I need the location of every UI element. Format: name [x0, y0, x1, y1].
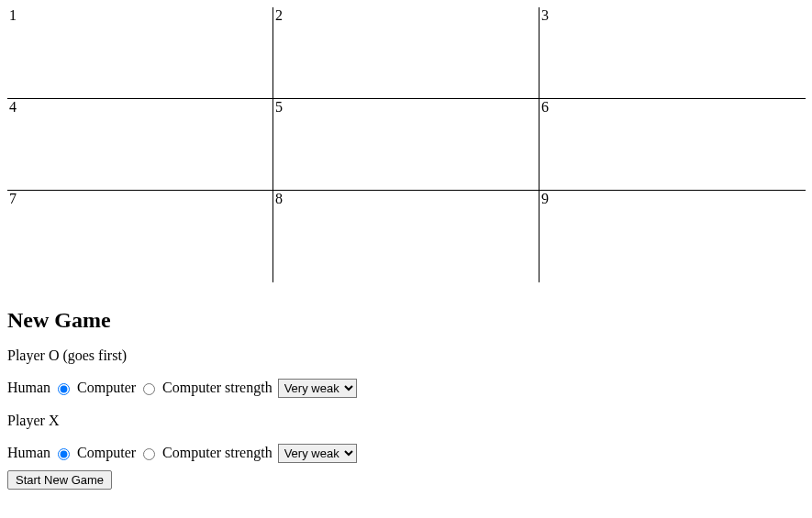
player-x-human-label: Human	[7, 445, 50, 460]
player-o-strength-label: Computer strength	[162, 380, 273, 395]
player-o-human-label: Human	[7, 380, 50, 395]
new-game-heading: New Game	[7, 308, 805, 333]
player-x-strength-label: Computer strength	[162, 445, 273, 460]
controls-section: New Game Player O (goes first) Human Com…	[0, 282, 812, 504]
player-x-computer-radio[interactable]	[143, 448, 155, 460]
player-o-human-radio[interactable]	[58, 383, 70, 395]
cell-8[interactable]: 8	[273, 191, 539, 282]
player-o-label: Player O (goes first)	[7, 347, 805, 364]
cell-number: 8	[275, 191, 283, 207]
player-x-strength-select[interactable]: Very weak	[278, 444, 357, 463]
player-x-row: Human Computer Computer strength Very we…	[7, 444, 805, 463]
player-o-strength-select[interactable]: Very weak	[278, 379, 357, 398]
game-board: 1 2 3 4 5 6 7 8 9	[7, 7, 806, 282]
cell-number: 7	[9, 191, 17, 207]
cell-number: 2	[275, 7, 283, 24]
cell-number: 4	[9, 99, 17, 116]
player-o-computer-radio[interactable]	[143, 383, 155, 395]
start-new-game-button[interactable]: Start New Game	[7, 470, 112, 490]
cell-3[interactable]: 3	[539, 7, 806, 99]
cell-7[interactable]: 7	[7, 191, 273, 282]
cell-number: 9	[541, 191, 549, 207]
cell-number: 5	[275, 99, 283, 116]
cell-number: 6	[541, 99, 549, 116]
cell-6[interactable]: 6	[539, 99, 806, 191]
cell-1[interactable]: 1	[7, 7, 273, 99]
player-o-computer-label: Computer	[77, 380, 136, 395]
cell-5[interactable]: 5	[273, 99, 539, 191]
player-x-label: Player X	[7, 413, 805, 429]
cell-number: 1	[9, 7, 17, 24]
cell-2[interactable]: 2	[273, 7, 539, 99]
cell-9[interactable]: 9	[539, 191, 806, 282]
player-x-computer-label: Computer	[77, 445, 136, 460]
player-x-human-radio[interactable]	[58, 448, 70, 460]
cell-4[interactable]: 4	[7, 99, 273, 191]
cell-number: 3	[541, 7, 549, 24]
start-row: Start New Game	[7, 470, 805, 490]
player-o-row: Human Computer Computer strength Very we…	[7, 379, 805, 398]
